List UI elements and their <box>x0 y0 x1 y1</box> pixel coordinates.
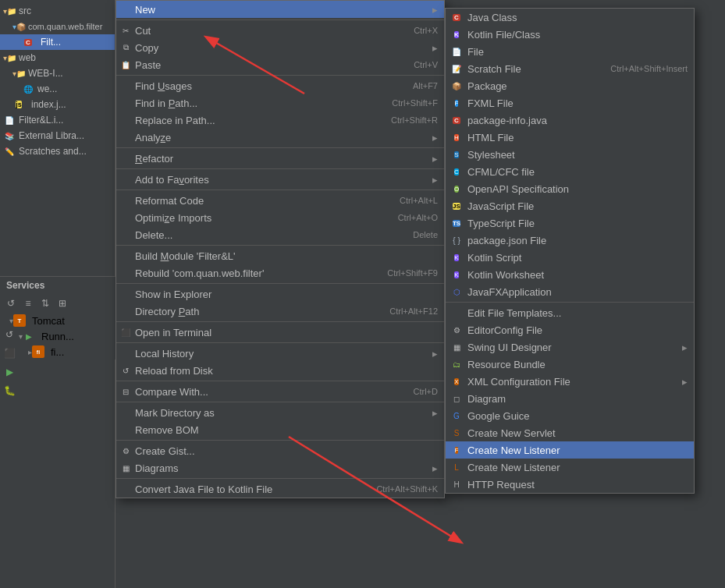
tree-item-src[interactable]: ▾📁 src <box>0 3 115 19</box>
separator-1 <box>116 19 444 20</box>
menu-item-rebuild[interactable]: Rebuild 'com.quan.web.filter' Ctrl+Shift… <box>116 264 444 282</box>
rebuild-shortcut: Ctrl+Shift+F9 <box>387 268 438 278</box>
tree-item-webinf[interactable]: ▾📁 WEB-I... <box>0 66 115 81</box>
menu-item-add-favorites[interactable]: Add to Favorites ▸ <box>116 171 444 188</box>
submenu-java-class[interactable]: C Java Class <box>446 9 694 26</box>
menu-item-paste[interactable]: 📋 Paste Ctrl+V <box>116 56 444 73</box>
package-info-icon: C <box>450 114 463 126</box>
menu-item-build-module[interactable]: Build Module 'Filter&L' <box>116 247 444 264</box>
submenu-kotlin-worksheet[interactable]: K Kotlin Worksheet <box>446 266 694 283</box>
cut-shortcut: Ctrl+X <box>414 26 438 35</box>
diagrams-arrow-icon: ▸ <box>432 462 438 474</box>
menu-item-local-history[interactable]: Local History ▸ <box>116 345 444 362</box>
submenu-stylesheet[interactable]: S Stylesheet <box>446 146 694 163</box>
menu-item-compare-with[interactable]: ⊟ Compare With... Ctrl+D <box>116 383 444 400</box>
submenu-fxml[interactable]: F FXML File <box>446 94 694 112</box>
submenu-scratch-file[interactable]: 📝 Scratch File Ctrl+Alt+Shift+Insert <box>446 60 694 77</box>
menu-item-create-gist[interactable]: ⚙ Create Gist... <box>116 442 444 459</box>
submenu-http-request[interactable]: H HTTP Request <box>446 476 694 493</box>
submenu-openapi[interactable]: O OpenAPI Specification <box>446 180 694 197</box>
file-icon-filterl: 📄 <box>3 114 16 126</box>
services-tool-3[interactable]: ⇅ <box>37 296 53 311</box>
compare-shortcut: Ctrl+D <box>414 387 438 396</box>
menu-item-new[interactable]: New ▸ <box>116 1 444 18</box>
separator-4 <box>116 168 444 169</box>
separator-7 <box>116 283 444 284</box>
submenu-kotlin-file[interactable]: K Kotlin File/Class <box>446 26 694 43</box>
separator-2 <box>116 75 444 76</box>
folder-icon: ▾📁 <box>3 5 16 17</box>
tree-item-web[interactable]: ▾📁 web <box>0 50 115 66</box>
menu-item-optimize-imports[interactable]: Optimize Imports Ctrl+Alt+O <box>116 209 444 226</box>
submenu-google-guice[interactable]: G Google Guice <box>446 407 694 424</box>
services-tool-1[interactable]: ↺ <box>3 296 19 311</box>
submenu-cfml[interactable]: C CFML/CFC file <box>446 163 694 180</box>
listener-icon: L <box>450 461 463 473</box>
tree-item-index[interactable]: js index.j... <box>0 97 115 112</box>
menu-item-diagrams[interactable]: ▦ Diagrams ▸ <box>116 459 444 476</box>
submenu-javafx[interactable]: ⬡ JavaFXApplication <box>446 283 694 300</box>
menu-item-show-explorer[interactable]: Show in Explorer <box>116 285 444 303</box>
menu-item-cut[interactable]: ✂ Cut Ctrl+X <box>116 22 444 39</box>
menu-item-reload-disk[interactable]: ↺ Reload from Disk <box>116 362 444 379</box>
tree-item-filterl[interactable]: 📄 Filter&L.i... <box>0 112 115 128</box>
menu-item-find-usages[interactable]: Find Usages Alt+F7 <box>116 77 444 94</box>
paste-icon: 📋 <box>119 58 132 71</box>
menu-item-copy[interactable]: ⧉ Copy ▸ <box>116 39 444 56</box>
tree-item-package[interactable]: ▾📦 com.quan.web.filter <box>0 19 115 34</box>
java-file-icon: C <box>22 36 34 48</box>
menu-item-delete[interactable]: Delete... Delete <box>116 226 444 243</box>
cut-icon: ✂ <box>119 24 132 37</box>
services-tool-2[interactable]: ≡ <box>20 296 36 311</box>
submenu-xml-config[interactable]: X XML Configuration File ▸ <box>446 373 694 390</box>
tree-item-we[interactable]: 🌐 we... <box>0 81 115 97</box>
submenu-kotlin-script[interactable]: K Kotlin Script <box>446 249 694 266</box>
file-icon: 📄 <box>450 45 463 58</box>
submenu-js[interactable]: JS JavaScript File <box>446 197 694 214</box>
menu-item-remove-bom[interactable]: Remove BOM <box>116 421 444 438</box>
menu-item-replace-in-path[interactable]: Replace in Path... Ctrl+Shift+R <box>116 112 444 129</box>
scratch-icon: 📝 <box>450 62 463 75</box>
menu-item-find-in-path[interactable]: Find in Path... Ctrl+Shift+F <box>116 94 444 112</box>
submenu-packagejson[interactable]: { } package.json File <box>446 232 694 249</box>
package-icon-sub: 📦 <box>450 80 463 92</box>
menu-item-convert-java-kotlin[interactable]: Convert Java File to Kotlin File Ctrl+Al… <box>116 480 444 498</box>
side-tool-refresh[interactable]: ↺ <box>2 327 17 342</box>
submenu-edit-templates[interactable]: Edit File Templates... <box>446 304 694 321</box>
fxml-icon: F <box>450 97 463 109</box>
menu-item-analyze[interactable]: Analyze ▸ <box>116 129 444 146</box>
submenu-ts[interactable]: TS TypeScript File <box>446 214 694 232</box>
side-tool-debug[interactable]: 🐛 <box>2 383 17 398</box>
submenu-resource-bundle[interactable]: 🗂 Resource Bundle <box>446 356 694 373</box>
side-tool-play[interactable]: ▶ <box>2 364 17 380</box>
menu-item-reformat[interactable]: Reformat Code Ctrl+Alt+L <box>116 192 444 209</box>
tree-item-scratches[interactable]: ✏️ Scratches and... <box>0 143 115 159</box>
menu-item-open-terminal[interactable]: ⬛ Open in Terminal <box>116 324 444 341</box>
find-usages-shortcut: Alt+F7 <box>413 81 438 90</box>
kotlin-icon: K <box>450 28 463 41</box>
kt-script-icon: K <box>450 251 463 264</box>
submenu-editorconfig[interactable]: ⚙ EditorConfig File <box>446 321 694 338</box>
convert-shortcut: Ctrl+Alt+Shift+K <box>376 484 438 494</box>
submenu-package-info[interactable]: C package-info.java <box>446 112 694 129</box>
side-tool-stop[interactable]: ⬛ <box>2 345 17 361</box>
tree-item-extlib[interactable]: 📚 External Libra... <box>0 128 115 143</box>
side-tools: ↺ ⬛ ▶ 🐛 <box>0 324 19 402</box>
delete-shortcut: Delete <box>413 230 438 239</box>
services-tool-4[interactable]: ⊞ <box>55 296 70 311</box>
submenu-create-listener[interactable]: L Create New Listener <box>446 459 694 476</box>
submenu-swing-designer[interactable]: ▦ Swing UI Designer ▸ <box>446 338 694 356</box>
submenu-html[interactable]: H HTML File <box>446 129 694 146</box>
submenu-create-filter[interactable]: F Create New Listener <box>446 441 694 459</box>
menu-item-directory-path[interactable]: Directory Path Ctrl+Alt+F12 <box>116 303 444 320</box>
submenu-create-servlet[interactable]: S Create New Servlet <box>446 424 694 441</box>
submenu-diagram[interactable]: ◻ Diagram <box>446 390 694 407</box>
tree-item-filter[interactable]: C Filt... <box>0 34 115 50</box>
submenu-file[interactable]: 📄 File <box>446 43 694 60</box>
menu-item-refactor[interactable]: Refactor ▸ <box>116 150 444 167</box>
kt-worksheet-icon: K <box>450 268 463 281</box>
submenu-package[interactable]: 📦 Package <box>446 77 694 94</box>
diagrams-icon: ▦ <box>119 462 132 474</box>
services-header: Services <box>0 277 116 294</box>
menu-item-mark-directory[interactable]: Mark Directory as ▸ <box>116 404 444 421</box>
